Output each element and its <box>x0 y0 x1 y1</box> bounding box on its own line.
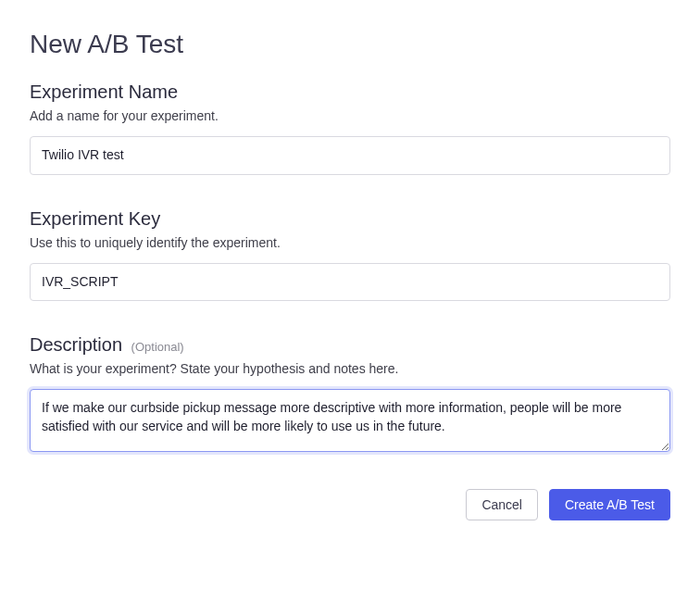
experiment-key-heading: Experiment Key <box>30 208 670 230</box>
description-subtext: What is your experiment? State your hypo… <box>30 361 670 376</box>
experiment-key-subtext: Use this to uniquely identify the experi… <box>30 235 670 250</box>
page-title: New A/B Test <box>30 30 670 59</box>
description-heading-text: Description <box>30 334 122 355</box>
experiment-name-section: Experiment Name Add a name for your expe… <box>30 81 670 175</box>
experiment-name-input[interactable] <box>30 136 670 175</box>
description-section: Description (Optional) What is your expe… <box>30 334 670 456</box>
description-optional-label: (Optional) <box>131 340 184 354</box>
experiment-key-input[interactable] <box>30 263 670 302</box>
experiment-name-subtext: Add a name for your experiment. <box>30 108 670 123</box>
button-row: Cancel Create A/B Test <box>30 489 670 520</box>
cancel-button[interactable]: Cancel <box>466 489 538 520</box>
create-ab-test-button[interactable]: Create A/B Test <box>549 489 670 520</box>
description-textarea[interactable]: If we make our curbside pickup message m… <box>30 389 670 452</box>
experiment-name-heading: Experiment Name <box>30 81 670 103</box>
experiment-key-section: Experiment Key Use this to uniquely iden… <box>30 208 670 302</box>
description-heading: Description (Optional) <box>30 334 670 356</box>
